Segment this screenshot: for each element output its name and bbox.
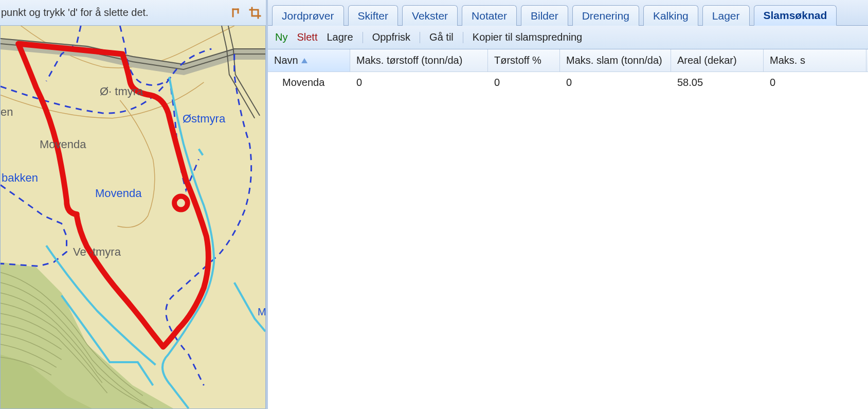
cell-maks-slam: 0: [560, 77, 671, 88]
column-header-label: Navn: [274, 55, 298, 66]
column-header-label: Areal (dekar): [677, 55, 737, 66]
crop-tool-icon[interactable]: [248, 6, 262, 20]
column-header-areal[interactable]: Areal (dekar): [671, 49, 764, 72]
map-label-ostmyra-blue: Østmyra: [183, 112, 225, 126]
tab-skifter[interactable]: Skifter: [348, 5, 399, 26]
tab-slamsoknad[interactable]: Slamsøknad: [754, 5, 837, 26]
grid-body: Movenda 0 0 0 58.05 0: [268, 72, 868, 93]
toolbar-separator: [363, 32, 363, 43]
left-panel: punkt og trykk 'd' for å slette det.: [0, 0, 268, 409]
map-toolbar: punkt og trykk 'd' for å slette det.: [0, 0, 266, 26]
column-header-maks-torstoff[interactable]: Maks. tørstoff (tonn/da): [350, 49, 488, 72]
column-header-maks-slam[interactable]: Maks. slam (tonn/da): [560, 49, 671, 72]
map-label-vestmyra: Ve ·tmyra: [73, 245, 121, 259]
tab-jordprover[interactable]: Jordprøver: [272, 5, 344, 26]
map-label-en: en: [1, 105, 13, 119]
refresh-button[interactable]: Oppfrisk: [370, 30, 412, 44]
data-grid: Navn Maks. tørstoff (tonn/da) Tørstoff %…: [268, 49, 868, 409]
cell-maks-torstoff: 0: [350, 77, 488, 88]
column-header-label: Maks. tørstoff (tonn/da): [356, 55, 462, 66]
toolbar-separator: [420, 32, 420, 43]
tab-kalking[interactable]: Kalking: [643, 5, 698, 26]
right-panel: Jordprøver Skifter Vekster Notater Bilde…: [268, 0, 868, 409]
map-hint-text: punkt og trykk 'd' for å slette det.: [1, 7, 149, 19]
map-label-movenda-grey: Movenda: [40, 138, 86, 151]
map-label-m-cut: M: [258, 306, 266, 318]
save-button[interactable]: Lagre: [324, 30, 355, 44]
map-label-bakken: bakken: [2, 171, 38, 185]
table-row[interactable]: Movenda 0 0 0 58.05 0: [268, 72, 868, 93]
toolbar-separator: [463, 32, 463, 43]
map-label-movenda-blue: Movenda: [95, 187, 142, 200]
cell-areal: 58.05: [671, 77, 764, 88]
column-header-navn[interactable]: Navn: [268, 49, 350, 72]
tab-lager[interactable]: Lager: [702, 5, 750, 26]
column-header-torstoff-pct[interactable]: Tørstoff %: [488, 49, 560, 72]
column-header-label: Maks. slam (tonn/da): [566, 55, 662, 66]
measure-tool-icon[interactable]: [231, 6, 244, 20]
delete-button[interactable]: Slett: [295, 30, 319, 44]
copy-to-spredning-button[interactable]: Kopier til slamspredning: [471, 30, 584, 44]
column-header-label: Tørstoff %: [494, 55, 541, 66]
grid-header: Navn Maks. tørstoff (tonn/da) Tørstoff %…: [268, 49, 868, 72]
cell-maks-s: 0: [764, 77, 866, 88]
tab-bilder[interactable]: Bilder: [521, 5, 568, 26]
record-toolbar: Ny Slett Lagre Oppfrisk Gå til Kopier ti…: [268, 26, 868, 49]
sort-ascending-icon: [301, 58, 308, 63]
cell-torstoff-pct: 0: [488, 77, 560, 88]
tab-notater[interactable]: Notater: [462, 5, 517, 26]
tab-drenering[interactable]: Drenering: [572, 5, 639, 26]
map-label-ostmyra-grey: Ø· tmyra: [100, 85, 143, 98]
column-header-label: Maks. s: [770, 55, 805, 66]
goto-button[interactable]: Gå til: [427, 30, 456, 44]
tab-strip: Jordprøver Skifter Vekster Notater Bilde…: [268, 0, 868, 26]
map-view[interactable]: Ø· tmyra Østmyra en Movenda bakken Moven…: [0, 26, 266, 409]
cell-navn: Movenda: [268, 77, 350, 88]
column-header-maks-s[interactable]: Maks. s: [764, 49, 866, 72]
new-button[interactable]: Ny: [273, 30, 290, 44]
tab-vekster[interactable]: Vekster: [402, 5, 458, 26]
